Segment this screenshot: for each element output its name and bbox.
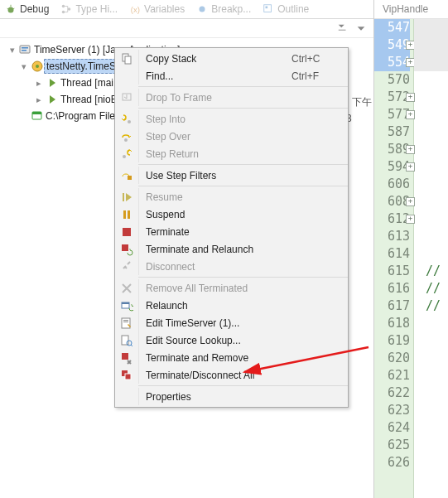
line-number[interactable]: 624	[374, 419, 410, 437]
line-number[interactable]: 617	[374, 297, 410, 315]
twistie-icon[interactable]: ▸	[33, 75, 44, 91]
code-line[interactable]: //	[414, 263, 448, 280]
code-line[interactable]	[414, 19, 448, 36]
menu-item-use-step-filters[interactable]: Use Step Filters	[115, 167, 348, 184]
line-number[interactable]: 612+	[374, 210, 410, 228]
menu-item-label: Terminate and Relaunch	[139, 244, 291, 255]
collapse-all-icon[interactable]	[337, 22, 349, 34]
termrel-icon	[115, 240, 139, 258]
menu-separator	[138, 385, 348, 386]
menu-item-resume: Resume	[115, 188, 348, 205]
line-number[interactable]: 614	[374, 245, 410, 263]
line-number[interactable]: 616	[374, 280, 410, 297]
line-number[interactable]: 623	[374, 402, 410, 419]
menu-item-step-return: Step Return	[115, 145, 348, 162]
svg-point-8	[200, 7, 205, 12]
view-tab-tree[interactable]: Type Hi...	[60, 3, 118, 15]
code-line[interactable]	[414, 89, 448, 106]
line-number[interactable]: 589+	[374, 141, 410, 158]
menu-item-label: Step Into	[139, 114, 291, 125]
code-line[interactable]: //	[414, 297, 448, 315]
line-number[interactable]: 606	[374, 176, 410, 193]
menu-item-terminate-and-relaunch[interactable]: Terminate and Relaunch	[115, 240, 348, 258]
menu-item-label: Terminate and Remove	[139, 352, 291, 364]
line-number[interactable]: 594+	[374, 158, 410, 176]
code-line[interactable]	[414, 454, 448, 471]
code-line[interactable]	[414, 402, 448, 419]
editor-tab[interactable]: VipHandle	[374, 0, 448, 19]
menu-item-relaunch[interactable]: Relaunch	[115, 297, 348, 314]
code-line[interactable]	[414, 419, 448, 437]
line-number[interactable]: 613	[374, 228, 410, 245]
svg-rect-36	[122, 336, 128, 345]
code-line[interactable]	[414, 384, 448, 402]
line-number[interactable]: 626	[374, 454, 410, 471]
view-tab-bug[interactable]: Debug	[5, 3, 49, 15]
code-line[interactable]	[414, 141, 448, 158]
line-number[interactable]: 618	[374, 315, 410, 332]
line-number[interactable]: 570	[374, 71, 410, 89]
line-number[interactable]: 577+	[374, 106, 410, 123]
menu-separator	[138, 186, 348, 186]
menu-item-terminate-and-remove[interactable]: Terminate and Remove	[115, 349, 348, 366]
menu-item-terminate[interactable]: Terminate	[115, 223, 348, 240]
line-number[interactable]: 608+	[374, 193, 410, 210]
twistie-icon[interactable]: ▸	[33, 91, 44, 108]
line-number[interactable]: 587	[374, 123, 410, 141]
code-line[interactable]	[414, 228, 448, 245]
filter-icon	[115, 167, 139, 184]
code-line[interactable]	[414, 350, 448, 367]
code-line[interactable]	[414, 71, 448, 89]
twistie-icon[interactable]: ▾	[18, 58, 29, 75]
line-number[interactable]: 572+	[374, 89, 410, 106]
bp-icon	[196, 3, 208, 15]
twistie-icon[interactable]: ▾	[7, 41, 17, 58]
menu-item-copy-stack[interactable]: Copy StackCtrl+C	[115, 50, 348, 67]
srclookup-icon	[115, 331, 139, 349]
code-line[interactable]	[414, 158, 448, 176]
line-number[interactable]: 621	[374, 367, 410, 384]
menu-item-edit-source-lookup[interactable]: Edit Source Lookup...	[115, 331, 348, 349]
code-column[interactable]: //////	[414, 19, 448, 498]
code-line[interactable]	[414, 123, 448, 141]
menu-item-suspend[interactable]: Suspend	[115, 205, 348, 223]
menu-item-label: Relaunch	[139, 300, 291, 312]
code-line[interactable]: //	[414, 280, 448, 297]
view-tab-bp[interactable]: Breakp...	[196, 3, 251, 15]
menu-item-properties[interactable]: Properties	[115, 388, 348, 405]
line-number[interactable]: 619	[374, 332, 410, 350]
line-number[interactable]: 549+	[374, 36, 410, 54]
line-number[interactable]: 625	[374, 437, 410, 454]
code-line[interactable]	[414, 54, 448, 71]
tab-label: Variables	[144, 3, 185, 15]
line-number[interactable]: 622	[374, 384, 410, 402]
menu-item-label: Edit TimeServer (1)...	[139, 317, 291, 329]
code-line[interactable]	[414, 106, 448, 123]
code-line[interactable]	[414, 176, 448, 193]
menu-item-terminate-disconnect-all[interactable]: Terminate/Disconnect All	[115, 366, 348, 384]
svg-rect-20	[125, 56, 131, 64]
menu-item-find[interactable]: Find...Ctrl+F	[115, 67, 348, 85]
line-number[interactable]: 554+	[374, 54, 410, 71]
code-line[interactable]	[414, 36, 448, 54]
svg-point-23	[124, 138, 128, 142]
view-tab-vars[interactable]: (x)Variables	[129, 3, 185, 15]
tree-item-label: Thread [nioE	[60, 91, 118, 108]
code-line[interactable]	[414, 315, 448, 332]
view-tab-outline[interactable]: Outline	[263, 3, 309, 15]
code-line[interactable]	[414, 193, 448, 210]
svg-rect-39	[122, 353, 128, 360]
view-menu-icon[interactable]	[355, 22, 367, 34]
code-line[interactable]	[414, 332, 448, 350]
code-line[interactable]	[414, 210, 448, 228]
tab-label: Breakp...	[211, 3, 251, 15]
line-number[interactable]: 547	[374, 19, 410, 36]
code-line[interactable]	[414, 367, 448, 384]
line-number[interactable]: 615	[374, 263, 410, 280]
suspend-icon	[115, 205, 139, 223]
menu-item-edit-timeserver-1[interactable]: Edit TimeServer (1)...	[115, 314, 348, 331]
code-line[interactable]	[414, 437, 448, 454]
code-line[interactable]	[414, 245, 448, 263]
line-number[interactable]: 620	[374, 350, 410, 367]
outline-icon	[263, 3, 274, 15]
